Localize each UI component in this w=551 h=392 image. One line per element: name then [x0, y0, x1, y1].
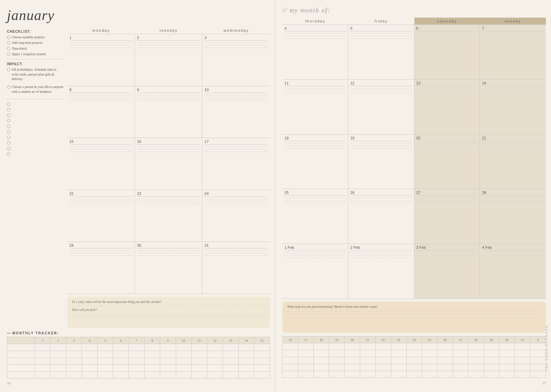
right-tracker-row-1[interactable]: [283, 343, 546, 350]
right-cal-2feb[interactable]: 2 Feb: [348, 244, 414, 299]
right-date-14: 14: [482, 81, 544, 86]
right-cal-25[interactable]: 25: [282, 189, 348, 244]
right-cal-11[interactable]: 11: [282, 80, 348, 135]
tracker-row-3[interactable]: [7, 358, 270, 365]
right-cal-4[interactable]: 4: [282, 25, 348, 80]
line: [204, 95, 268, 95]
right-tracker-row-3[interactable]: [283, 357, 546, 364]
line: [416, 88, 478, 89]
right-cal-20[interactable]: 20: [414, 135, 480, 189]
cal-cell-23[interactable]: 23: [135, 190, 203, 242]
tracker-row-1[interactable]: [7, 344, 270, 351]
right-day-headers: thursday friday saturday sunday: [282, 18, 546, 25]
line: [204, 255, 268, 256]
right-cal-14[interactable]: 14: [480, 80, 546, 135]
right-cal-4feb[interactable]: 4 Feb: [480, 244, 546, 299]
right-cal-27[interactable]: 27: [414, 189, 480, 244]
right-tracker-row-4[interactable]: [283, 364, 546, 371]
line: [350, 93, 412, 94]
line: [204, 204, 268, 204]
cal-cell-9[interactable]: 9: [135, 86, 203, 138]
right-cal-7[interactable]: 7: [480, 25, 546, 80]
line: [204, 100, 268, 100]
line: [482, 198, 544, 198]
rth-19: 19: [329, 336, 345, 343]
date-24: 24: [204, 192, 268, 197]
date-16: 16: [137, 139, 200, 145]
th-12: 12: [207, 337, 223, 344]
line: [284, 38, 346, 39]
right-cal-19[interactable]: 19: [348, 135, 414, 189]
cal-cell-30[interactable]: 30: [135, 242, 203, 294]
line: [482, 91, 544, 91]
line: [137, 251, 200, 251]
circle-icon-e4: [7, 119, 10, 122]
circle-icon-5: [7, 68, 10, 71]
cal-cell-2[interactable]: 2: [135, 34, 203, 86]
line: [69, 97, 133, 98]
impact-title: IMPACT:: [7, 62, 64, 66]
line: [137, 253, 200, 253]
tracker-row-5[interactable]: [7, 372, 270, 379]
right-cal-21[interactable]: 21: [480, 135, 546, 189]
cal-cell-15[interactable]: 15: [67, 138, 135, 190]
line: [69, 199, 133, 199]
line: [137, 95, 200, 95]
right-tracker-row-5[interactable]: [283, 371, 546, 378]
line: [284, 148, 346, 148]
cal-cell-10[interactable]: 10: [202, 86, 270, 138]
tracker-title-text: MONTHLY TRACKER:: [12, 331, 59, 335]
right-cal-3feb[interactable]: 3 Feb: [414, 244, 480, 299]
cal-cell-16[interactable]: 16: [135, 138, 203, 190]
line: [69, 149, 133, 149]
right-cal-5[interactable]: 5: [348, 25, 414, 80]
reflection-box[interactable]: In 1 year, what will be the most importa…: [67, 297, 270, 328]
tracker-row-4[interactable]: [7, 365, 270, 372]
right-cal-26[interactable]: 26: [348, 189, 414, 244]
line: [284, 198, 346, 198]
right-cal-12[interactable]: 12: [348, 80, 414, 135]
circle-icon-4: [7, 52, 10, 56]
procrastination-box[interactable]: What task are you procrastinating? Break…: [282, 302, 546, 333]
line: [482, 203, 544, 203]
right-cal-6[interactable]: 6: [414, 25, 480, 80]
rth-16: 16: [283, 336, 298, 343]
right-cal-13[interactable]: 13: [414, 80, 480, 135]
cal-cell-17[interactable]: 17: [202, 138, 270, 190]
tracker-row-2[interactable]: [7, 351, 270, 358]
date-2: 2: [137, 36, 200, 41]
circle-icon-e5: [7, 125, 10, 128]
line: [482, 257, 544, 258]
line: [204, 199, 268, 199]
tracker-table: 1 2 3 4 5 6 7 8 9 10 11 12 13 14: [7, 337, 270, 379]
line: [482, 88, 544, 89]
line: [416, 200, 478, 200]
right-cal-18[interactable]: 18: [282, 135, 348, 189]
rth-28: 28: [468, 336, 484, 343]
right-cal-28[interactable]: 28: [480, 189, 546, 244]
right-tracker-row-2[interactable]: [283, 350, 546, 357]
line: [350, 91, 412, 91]
th-6: 6: [113, 337, 128, 344]
cal-cell-24[interactable]: 24: [202, 190, 270, 242]
circle-icon-e8: [7, 141, 10, 145]
rth-30: 30: [499, 336, 515, 343]
line: [416, 38, 478, 39]
cal-cell-31[interactable]: 31: [202, 242, 270, 294]
cal-cell-1[interactable]: 1: [67, 34, 135, 86]
line: [482, 200, 544, 200]
date-29: 29: [69, 243, 133, 248]
impact-text-1: Fill in birthdays. Schedule time to writ…: [12, 68, 64, 81]
circle-row-7: [7, 135, 64, 139]
cal-cell-3[interactable]: 3: [202, 34, 270, 86]
line: [137, 48, 200, 48]
right-cal-1feb[interactable]: 1 Feb: [282, 244, 348, 299]
cal-cell-22[interactable]: 22: [67, 190, 135, 242]
cal-cell-29[interactable]: 29: [67, 242, 135, 294]
line: [284, 257, 346, 258]
cal-cell-8[interactable]: 8: [67, 86, 135, 138]
line: [482, 253, 544, 253]
line: [416, 143, 478, 144]
th-11: 11: [191, 337, 207, 344]
rth-17: 17: [298, 336, 313, 343]
